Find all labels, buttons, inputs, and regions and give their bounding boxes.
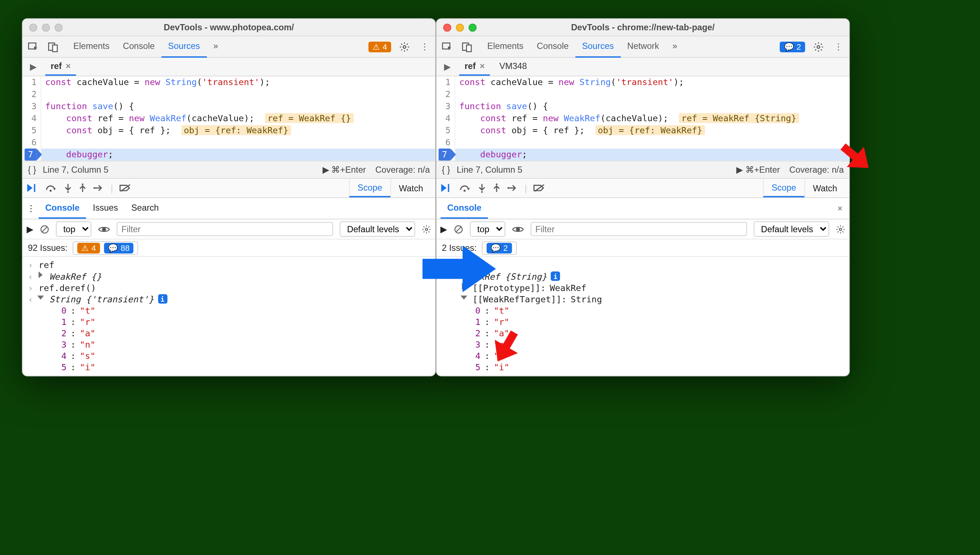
live-expression-icon[interactable] xyxy=(98,225,110,233)
inspect-element-icon[interactable] xyxy=(440,40,454,53)
console-execute-icon[interactable]: ▶ xyxy=(27,224,33,234)
gutter[interactable]: 1234567 xyxy=(22,76,41,160)
resume-icon[interactable] xyxy=(27,183,39,193)
drawer-header: Console × xyxy=(436,198,849,220)
run-snippet-icon[interactable]: ▶ xyxy=(25,58,41,75)
window-title: DevTools - www.photopea.com/ xyxy=(22,22,435,32)
watch-tab[interactable]: Watch xyxy=(804,178,845,197)
svg-point-11 xyxy=(425,228,428,230)
panel-tab-console[interactable]: Console xyxy=(116,36,161,57)
annotation-arrow-blue xyxy=(422,242,496,295)
issues-bar[interactable]: 2 Issues: 💬 2 xyxy=(436,239,849,257)
step-into-icon[interactable] xyxy=(64,183,72,193)
coverage-status[interactable]: Coverage: n/a xyxy=(789,165,844,175)
coverage-status[interactable]: Coverage: n/a xyxy=(376,165,430,175)
window-title: DevTools - chrome://new-tab-page/ xyxy=(436,22,849,32)
svg-point-8 xyxy=(93,187,95,189)
svg-rect-4 xyxy=(34,184,35,192)
drawer-tab-issues[interactable]: Issues xyxy=(86,198,125,219)
run-shortcut[interactable]: ▶ ⌘+Enter xyxy=(323,165,366,175)
drawer-kebab-icon[interactable]: ⋮ xyxy=(27,198,39,219)
panel-tab-network[interactable]: Network xyxy=(620,36,666,57)
debugger-toolbar: | Scope Watch xyxy=(22,178,435,198)
svg-point-3 xyxy=(403,45,406,48)
file-tab-ref[interactable]: ref× xyxy=(459,58,490,75)
svg-point-22 xyxy=(516,227,520,231)
svg-point-23 xyxy=(839,228,841,230)
svg-point-20 xyxy=(507,187,509,189)
kebab-menu-icon[interactable]: ⋮ xyxy=(418,40,431,53)
console-settings-icon[interactable] xyxy=(422,225,431,234)
close-tab-icon[interactable]: × xyxy=(66,61,71,71)
file-tabs-bar: ▶ ref× VM348 xyxy=(436,58,849,76)
resume-icon[interactable] xyxy=(440,183,452,193)
console-filter-bar: ▶ top Default levels xyxy=(436,220,849,239)
context-select[interactable]: top xyxy=(56,221,91,237)
filter-input[interactable] xyxy=(531,222,747,236)
panel-tab-more[interactable]: » xyxy=(206,36,225,57)
deactivate-breakpoints-icon[interactable] xyxy=(120,183,132,193)
run-shortcut[interactable]: ▶ ⌘+Enter xyxy=(736,165,780,175)
step-out-icon[interactable] xyxy=(79,183,87,193)
deactivate-breakpoints-icon[interactable] xyxy=(533,183,545,193)
step-icon[interactable] xyxy=(93,183,104,193)
svg-rect-14 xyxy=(467,45,472,51)
step-over-icon[interactable] xyxy=(459,183,472,193)
device-toggle-icon[interactable] xyxy=(460,40,474,53)
console-settings-icon[interactable] xyxy=(836,225,846,234)
svg-rect-2 xyxy=(53,45,57,51)
kebab-menu-icon[interactable]: ⋮ xyxy=(832,40,846,53)
code-editor[interactable]: 1234567 const cacheValue = new String('t… xyxy=(22,76,435,160)
filter-input[interactable] xyxy=(117,222,333,236)
panel-tab-elements[interactable]: Elements xyxy=(481,36,530,57)
step-into-icon[interactable] xyxy=(478,183,486,193)
svg-point-10 xyxy=(102,227,106,231)
scope-tab[interactable]: Scope xyxy=(349,178,390,197)
scope-tab[interactable]: Scope xyxy=(763,178,804,197)
inspect-element-icon[interactable] xyxy=(27,40,40,53)
levels-select[interactable]: Default levels xyxy=(754,221,829,237)
console-log[interactable]: ›ref‹WeakRef {}›ref.deref()‹String {'tra… xyxy=(22,257,435,376)
console-execute-icon[interactable]: ▶ xyxy=(440,224,447,234)
svg-point-6 xyxy=(67,191,69,192)
panel-tab-more[interactable]: » xyxy=(666,36,684,57)
step-out-icon[interactable] xyxy=(492,183,500,193)
gear-icon[interactable] xyxy=(812,40,825,53)
context-select[interactable]: top xyxy=(470,221,505,237)
levels-select[interactable]: Default levels xyxy=(340,221,415,237)
braces-icon[interactable]: { } xyxy=(442,165,450,175)
devtools-window-right: DevTools - chrome://new-tab-page/ Elemen… xyxy=(436,18,850,377)
warnings-badge[interactable]: ⚠ 4 xyxy=(369,41,391,52)
panel-tab-sources[interactable]: Sources xyxy=(161,36,206,57)
file-tab-vm[interactable]: VM348 xyxy=(494,58,532,75)
drawer-tab-search[interactable]: Search xyxy=(125,198,166,219)
drawer-header: ⋮ Console Issues Search xyxy=(22,198,435,220)
panel-tab-sources[interactable]: Sources xyxy=(576,36,620,57)
panel-tab-console[interactable]: Console xyxy=(530,36,576,57)
info-badge[interactable]: 💬 2 xyxy=(780,41,805,52)
clear-console-icon[interactable] xyxy=(40,225,49,234)
code-editor[interactable]: 1234567 const cacheValue = new String('t… xyxy=(436,76,849,160)
device-toggle-icon[interactable] xyxy=(47,40,60,53)
panel-tab-elements[interactable]: Elements xyxy=(67,36,117,57)
close-drawer-icon[interactable]: × xyxy=(831,198,849,219)
drawer-tab-console[interactable]: Console xyxy=(440,198,488,219)
svg-point-7 xyxy=(82,183,83,185)
braces-icon[interactable]: { } xyxy=(28,165,36,175)
debugger-toolbar: | Scope Watch xyxy=(436,178,849,198)
file-tab-ref[interactable]: ref× xyxy=(45,58,76,75)
run-snippet-icon[interactable]: ▶ xyxy=(439,58,455,75)
close-tab-icon[interactable]: × xyxy=(480,61,485,71)
issues-warn-chip[interactable]: ⚠ 4💬 88 xyxy=(73,241,138,255)
step-icon[interactable] xyxy=(507,183,518,193)
issues-bar[interactable]: 92 Issues: ⚠ 4💬 88 xyxy=(22,239,435,257)
svg-rect-16 xyxy=(448,184,449,192)
gear-icon[interactable] xyxy=(398,40,411,53)
main-toolbar: Elements Console Sources » ⚠ 4 ⋮ xyxy=(22,36,435,58)
drawer-tab-console[interactable]: Console xyxy=(39,198,86,219)
live-expression-icon[interactable] xyxy=(512,225,524,233)
clear-console-icon[interactable] xyxy=(454,225,464,234)
gutter[interactable]: 1234567 xyxy=(436,76,455,160)
step-over-icon[interactable] xyxy=(45,183,57,193)
watch-tab[interactable]: Watch xyxy=(390,178,431,197)
